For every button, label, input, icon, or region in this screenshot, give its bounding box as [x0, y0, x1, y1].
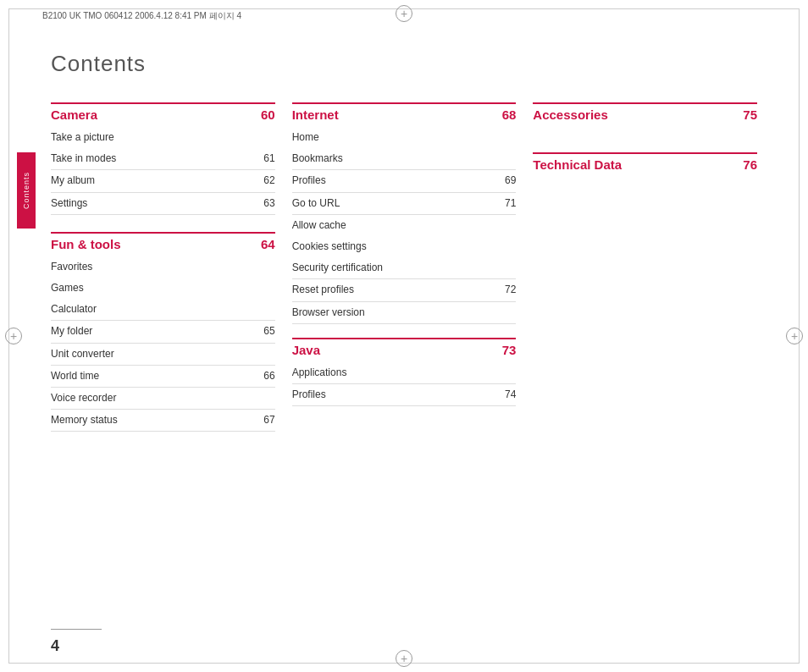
toc-profiles-internet: Profiles 69: [292, 170, 517, 192]
toc-take-a-picture: Take a picture: [51, 127, 275, 148]
content-area: Contents Contents Camera 60 Take a pictu…: [51, 51, 757, 621]
toc-voice-recorder: Voice recorder: [51, 388, 275, 410]
side-tab: Contents: [17, 152, 36, 229]
toc-go-to-url: Go to URL 71: [292, 193, 517, 215]
toc-unit-converter: Unit converter: [51, 344, 275, 366]
java-section-header: Java 73: [292, 338, 517, 357]
toc-allow-cache: Allow cache: [292, 215, 517, 236]
funtools-title: Fun & tools: [51, 237, 121, 251]
toc-applications: Applications: [292, 362, 517, 384]
toc-browser-version: Browser version: [292, 302, 517, 324]
toc-calculator: Calculator: [51, 299, 275, 321]
bottom-line: [51, 629, 102, 630]
page-title: Contents: [51, 51, 757, 77]
side-tab-label: Contents: [22, 172, 30, 209]
column-1: Camera 60 Take a picture Take in modes 6…: [51, 102, 292, 432]
toc-games: Games: [51, 278, 275, 299]
toc-home: Home: [292, 127, 517, 148]
toc-my-album: My album 62: [51, 170, 275, 192]
java-number: 73: [502, 343, 517, 357]
internet-number: 68: [502, 107, 517, 122]
technical-title: Technical Data: [533, 157, 622, 172]
columns-container: Camera 60 Take a picture Take in modes 6…: [51, 102, 757, 432]
technical-number: 76: [743, 157, 757, 172]
toc-my-folder: My folder 65: [51, 321, 275, 343]
toc-world-time: World time 66: [51, 366, 275, 388]
internet-section-header: Internet 68: [292, 102, 517, 122]
toc-take-in-modes: Take in modes 61: [51, 148, 275, 170]
toc-reset-profiles: Reset profiles 72: [292, 279, 517, 301]
toc-profiles-java: Profiles 74: [292, 384, 517, 406]
column-2: Internet 68 Home Bookmarks Profiles 69 G…: [292, 102, 534, 432]
accessories-number: 75: [743, 107, 757, 122]
camera-title: Camera: [51, 107, 97, 122]
toc-memory-status: Memory status 67: [51, 410, 275, 432]
funtools-number: 64: [261, 237, 275, 251]
print-info: B2100 UK TMO 060412 2006.4.12 8:41 PM 페이…: [42, 10, 241, 22]
camera-section-header: Camera 60: [51, 102, 275, 122]
print-header: B2100 UK TMO 060412 2006.4.12 8:41 PM 페이…: [42, 10, 766, 22]
column-3: Accessories 75 Technical Data 76: [533, 102, 757, 432]
camera-number: 60: [261, 107, 275, 122]
page-number: 4: [51, 637, 59, 655]
toc-cookies-settings: Cookies settings: [292, 236, 517, 257]
accessories-section-header: Accessories 75: [533, 102, 757, 122]
reg-mark-left: [5, 328, 22, 344]
toc-favorites: Favorites: [51, 256, 275, 278]
toc-bookmarks: Bookmarks: [292, 148, 517, 170]
reg-mark-bottom: [396, 650, 412, 667]
toc-security-certification: Security certification: [292, 257, 517, 279]
java-title: Java: [292, 343, 320, 357]
technical-section-header: Technical Data 76: [533, 152, 757, 172]
funtools-section-header: Fun & tools 64: [51, 232, 275, 251]
toc-settings: Settings 63: [51, 193, 275, 215]
internet-title: Internet: [292, 107, 339, 122]
accessories-title: Accessories: [533, 107, 607, 122]
reg-mark-right: [786, 328, 803, 344]
